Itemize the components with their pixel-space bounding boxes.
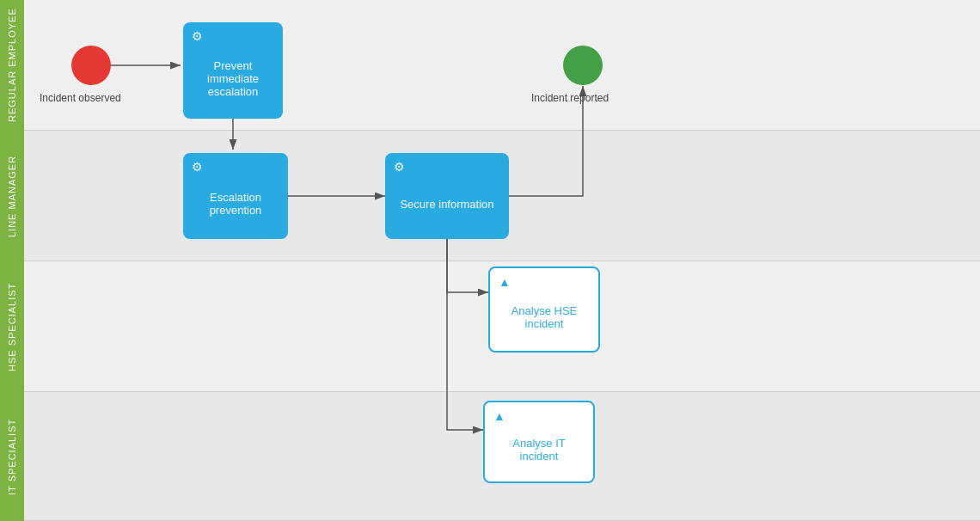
incident-observed-label: Incident observed <box>40 92 121 104</box>
secure-information-icon: ⚙ <box>394 160 405 174</box>
end-node <box>563 46 603 85</box>
analyse-it-icon: ▲ <box>493 409 505 423</box>
prevent-escalation-task[interactable]: ⚙ Prevent immediate escalation <box>183 22 283 119</box>
analyse-it-task[interactable]: ▲ Analyse IT incident <box>483 401 595 483</box>
secure-information-label: Secure information <box>400 198 493 211</box>
lane-label-hse: HSE Specialist <box>0 261 24 392</box>
analyse-hse-label: Analyse HSE incident <box>500 304 588 330</box>
escalation-prevention-task[interactable]: ⚙ Escalation prevention <box>183 153 288 239</box>
start-node <box>71 46 111 85</box>
lane-label-line: Line manager <box>0 131 24 261</box>
prevent-escalation-label: Prevent immediate escalation <box>193 59 273 98</box>
analyse-hse-task[interactable]: ▲ Analyse HSE incident <box>488 267 600 352</box>
diagram-container: Regular employee Line manager HSE Specia… <box>0 0 980 521</box>
swim-lane-labels: Regular employee Line manager HSE Specia… <box>0 0 24 521</box>
analyse-it-label: Analyse IT incident <box>495 437 583 463</box>
secure-information-task[interactable]: ⚙ Secure information <box>385 153 509 239</box>
lane-row-regular <box>24 0 980 131</box>
analyse-hse-icon: ▲ <box>499 275 511 289</box>
lane-label-it: IT Specialist <box>0 392 24 521</box>
escalation-prevention-label: Escalation prevention <box>193 191 278 217</box>
incident-reported-label: Incident reported <box>531 92 609 104</box>
prevent-escalation-icon: ⚙ <box>192 29 203 43</box>
escalation-prevention-icon: ⚙ <box>192 160 203 174</box>
diagram-main: Incident observed ⚙ Prevent immediate es… <box>24 0 980 521</box>
lane-label-regular: Regular employee <box>0 0 24 131</box>
